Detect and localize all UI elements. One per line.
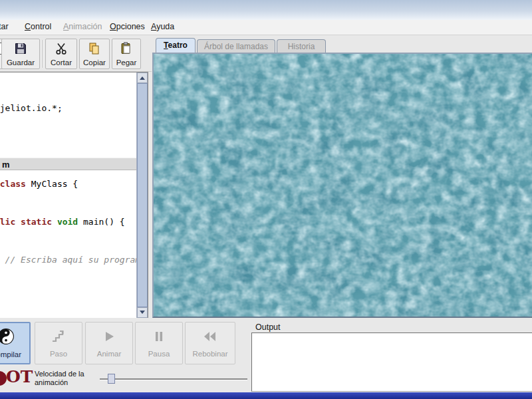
window-titlebar[interactable] <box>0 0 532 21</box>
menubar: Editar Control Animación Opciones Ayuda <box>0 20 532 35</box>
tab-label: Árbol de llamadas <box>204 41 268 53</box>
toolbar-button-cortar[interactable]: Cortar <box>45 39 77 69</box>
play-icon <box>101 329 117 347</box>
toolbar-button-copiar[interactable]: Copiar <box>79 39 110 69</box>
tab-label: Historia <box>288 41 315 53</box>
code-segment: // Escriba aquí su programa. <box>0 255 148 265</box>
code-segment: void <box>57 217 83 227</box>
editor-band: m <box>0 158 136 170</box>
toolbar-button-label: Copiar <box>83 59 106 66</box>
button-label: Rebobinar <box>192 350 227 358</box>
yin-yang-icon <box>0 328 15 348</box>
code-segment: MyClass { <box>31 179 78 189</box>
button-label: Pausa <box>148 350 170 358</box>
scissors-icon <box>55 41 68 55</box>
scroll-up-button[interactable] <box>137 72 148 83</box>
toolbar-button-label: Pegar <box>116 59 137 66</box>
scrollbar-thumb[interactable] <box>137 83 148 307</box>
toolbar-button-pegar[interactable]: Pegar <box>112 39 141 69</box>
toolbar-button-label: Cortar <box>51 59 72 66</box>
toolbar-button-label: Guardar <box>7 59 35 66</box>
copy-icon <box>88 41 101 55</box>
code-line: public class MyClass { <box>0 178 148 190</box>
application-window: Editar Control Animación Opciones Ayuda … <box>0 0 532 399</box>
editor-vertical-scrollbar[interactable] <box>136 72 148 318</box>
marble-texture <box>154 54 532 317</box>
animation-speed-slider[interactable] <box>100 372 247 386</box>
scroll-down-button[interactable] <box>137 307 148 318</box>
code-line: // Escriba aquí su programa. <box>0 253 148 266</box>
code-editor[interactable]: import jeliot.io.*; public class MyClass… <box>0 72 148 318</box>
rewind-button[interactable]: Rebobinar <box>185 322 235 364</box>
button-label: Paso <box>50 350 67 358</box>
arrow-down-icon <box>140 311 145 317</box>
toolbar-separator <box>43 40 44 68</box>
save-floppy-icon <box>14 41 27 55</box>
tab-teatro[interactable]: Teatro <box>156 38 196 53</box>
code-segment: public static <box>0 217 57 227</box>
menu-item-editar[interactable]: Editar <box>0 20 13 34</box>
logo-text: OT <box>6 367 33 386</box>
step-button[interactable]: Paso <box>35 322 82 364</box>
menu-item-opciones[interactable]: Opciones <box>105 20 150 34</box>
pause-icon <box>151 329 167 347</box>
theater-panel <box>152 53 532 318</box>
animation-speed-label: Velocidad de la animación <box>35 370 98 387</box>
menu-item-animacion[interactable]: Animación <box>59 20 106 34</box>
slider-track[interactable] <box>100 378 247 380</box>
paste-icon <box>120 41 133 55</box>
code-segment: public class <box>0 179 31 189</box>
code-line <box>0 140 148 152</box>
pause-button[interactable]: Pausa <box>135 322 183 364</box>
output-panel-title: Output <box>255 323 281 332</box>
tab-historia[interactable]: Historia <box>277 39 326 53</box>
editor-band-text: m <box>0 160 10 170</box>
steps-icon <box>51 329 66 347</box>
jeliot-logo: OT <box>0 366 33 391</box>
compile-button[interactable]: Compilar <box>0 322 31 364</box>
button-label: Compilar <box>0 350 21 358</box>
tab-arbol-de-llamadas[interactable]: Árbol de llamadas <box>197 39 275 53</box>
code-line: public static void main() { <box>0 215 148 228</box>
code-segment: main() { <box>83 217 125 227</box>
rewind-icon <box>202 329 218 347</box>
slider-thumb[interactable] <box>108 374 115 384</box>
menu-item-ayuda[interactable]: Ayuda <box>146 20 179 34</box>
code-segment: jeliot.io.*; <box>0 103 63 113</box>
arrow-up-icon <box>140 74 145 80</box>
taskbar-strip[interactable] <box>0 392 532 399</box>
output-textarea[interactable] <box>251 332 532 392</box>
code-line: import jeliot.io.*; <box>0 102 148 114</box>
code-area: import jeliot.io.*; public class MyClass… <box>0 76 148 291</box>
toolbar-button-guardar[interactable]: Guardar <box>1 39 40 69</box>
button-label: Animar <box>97 350 121 358</box>
tab-label: Teatro <box>164 39 188 53</box>
menu-item-control[interactable]: Control <box>20 20 56 34</box>
animate-button[interactable]: Animar <box>85 322 133 364</box>
